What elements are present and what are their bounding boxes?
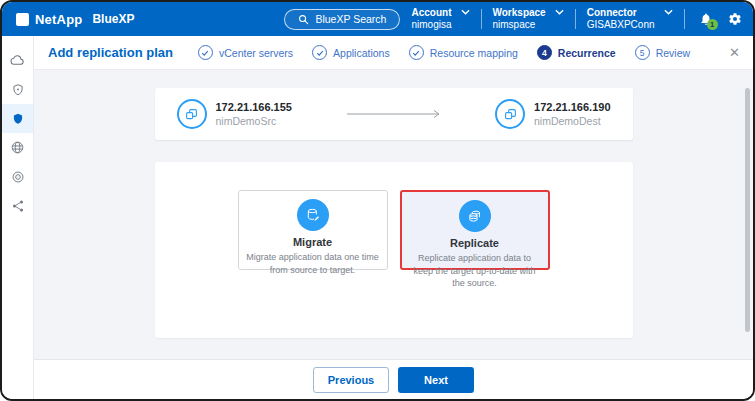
sidebar-item-canvas[interactable] — [2, 46, 33, 75]
brand-bluexp: BlueXP — [92, 12, 134, 26]
sidebar-item-protection-active[interactable] — [2, 104, 33, 133]
search-icon — [298, 14, 309, 25]
topbar-icons: 1 ? — [699, 12, 755, 27]
endpoints-bar: 172.21.166.155 nimDemoSrc 172.21.166.190… — [155, 88, 633, 140]
wizard-content: 172.21.166.155 nimDemoSrc 172.21.166.190… — [34, 70, 753, 359]
divider — [684, 9, 685, 29]
main-column: Add replication plan vCenter servers App… — [34, 36, 753, 399]
body-row: Add replication plan vCenter servers App… — [2, 36, 753, 399]
header-menus: Account nimogisa Workspace nimspace Conn… — [400, 7, 684, 32]
step-label: Applications — [333, 47, 390, 59]
bluexp-search[interactable]: BlueXP Search — [284, 9, 400, 30]
step-recurrence-current[interactable]: 4 Recurrence — [537, 45, 616, 60]
replicate-title: Replicate — [450, 237, 499, 249]
target-ip: 172.21.166.190 — [534, 101, 610, 113]
shield-icon — [11, 112, 25, 126]
replicate-stack-icon — [466, 208, 483, 225]
recurrence-panel: Migrate Migrate application data one tim… — [155, 162, 633, 338]
vcenter-icon — [184, 107, 199, 122]
target-name: nimDemoDest — [534, 115, 610, 127]
migrate-option-card[interactable]: Migrate Migrate application data one tim… — [238, 190, 388, 270]
migrate-title: Migrate — [293, 236, 332, 248]
workspace-label: Workspace — [493, 7, 546, 20]
sidebar-item-mobility[interactable] — [2, 133, 33, 162]
shield-heart-icon — [11, 83, 25, 97]
sidebar-item-health[interactable] — [2, 75, 33, 104]
wizard-steps: vCenter servers Applications Resource ma… — [173, 45, 715, 60]
notification-badge: 1 — [707, 19, 718, 30]
left-nav-sidebar — [2, 36, 34, 399]
next-button[interactable]: Next — [398, 367, 474, 393]
source-endpoint: 172.21.166.155 nimDemoSrc — [177, 99, 292, 129]
step-label: Review — [656, 47, 690, 59]
account-menu[interactable]: Account nimogisa — [400, 7, 480, 32]
step-label: Recurrence — [558, 47, 616, 59]
migrate-database-icon — [305, 207, 321, 223]
step-number: 4 — [537, 45, 552, 60]
brand-netapp: NetApp — [35, 12, 82, 27]
target-icon — [11, 170, 25, 184]
globe-icon — [10, 140, 25, 155]
page-title: Add replication plan — [48, 45, 173, 60]
wizard-header: Add replication plan vCenter servers App… — [34, 36, 753, 70]
chevron-down-icon — [664, 9, 673, 15]
step-review[interactable]: 5 Review — [635, 45, 690, 60]
account-label: Account — [411, 7, 451, 20]
share-nodes-icon — [11, 199, 25, 213]
workspace-menu[interactable]: Workspace nimspace — [482, 7, 575, 32]
step-number: 5 — [635, 45, 650, 60]
step-applications[interactable]: Applications — [312, 45, 390, 60]
vertical-scrollbar[interactable] — [745, 88, 750, 332]
top-bar: NetApp BlueXP BlueXP Search Account nimo… — [2, 2, 753, 36]
account-value: nimogisa — [411, 19, 451, 32]
step-vcenter-servers[interactable]: vCenter servers — [198, 45, 293, 60]
brand: NetApp BlueXP — [16, 12, 134, 27]
step-label: vCenter servers — [219, 47, 293, 59]
vcenter-icon — [503, 107, 518, 122]
step-resource-mapping[interactable]: Resource mapping — [409, 45, 518, 60]
bluexp-window: NetApp BlueXP BlueXP Search Account nimo… — [0, 0, 755, 401]
check-icon — [201, 49, 209, 57]
check-icon — [412, 49, 420, 57]
gear-icon — [728, 12, 742, 26]
cloud-icon — [10, 53, 25, 68]
connector-menu[interactable]: Connector GISABXPConn — [576, 7, 684, 32]
sidebar-item-observability[interactable] — [2, 162, 33, 191]
replicate-option-card-selected[interactable]: Replicate Replicate application data to … — [400, 190, 550, 270]
step-label: Resource mapping — [430, 47, 518, 59]
connector-value: GISABXPConn — [587, 19, 655, 32]
arrow-right-icon — [346, 109, 442, 119]
source-name: nimDemoSrc — [216, 115, 292, 127]
check-icon — [316, 49, 324, 57]
sidebar-item-extensions[interactable] — [2, 191, 33, 220]
search-label: BlueXP Search — [315, 13, 386, 25]
workspace-value: nimspace — [493, 19, 546, 32]
replicate-description: Replicate application data to keep the t… — [409, 252, 541, 290]
migrate-description: Migrate application data one time from s… — [246, 251, 380, 276]
previous-button[interactable]: Previous — [313, 367, 389, 393]
connector-label: Connector — [587, 7, 655, 20]
wizard-footer: Previous Next — [34, 359, 753, 399]
chevron-down-icon — [555, 9, 564, 15]
target-endpoint: 172.21.166.190 nimDemoDest — [495, 99, 610, 129]
chevron-down-icon — [461, 9, 470, 15]
settings-button[interactable] — [728, 12, 742, 26]
netapp-logo-icon — [16, 13, 29, 26]
close-icon[interactable]: ✕ — [729, 46, 740, 59]
notifications-button[interactable]: 1 — [699, 12, 713, 26]
source-ip: 172.21.166.155 — [216, 101, 292, 113]
